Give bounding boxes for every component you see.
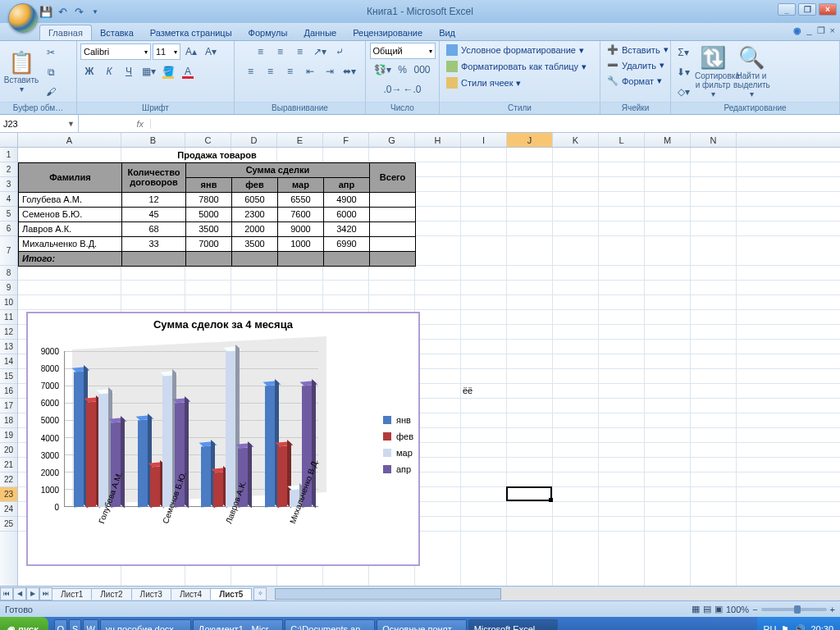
row-header[interactable]: 14 <box>0 354 17 369</box>
row-header[interactable]: 21 <box>0 458 17 472</box>
delete-cells-button[interactable]: ➖Удалить ▾ <box>604 58 668 72</box>
view-pagebreak-icon[interactable]: ▣ <box>714 604 723 614</box>
column-header[interactable]: C <box>185 133 231 147</box>
fill-icon[interactable]: ⬇▾ <box>674 63 692 81</box>
office-button[interactable] <box>8 3 38 33</box>
minimize-button[interactable]: _ <box>778 3 796 16</box>
new-sheet-icon[interactable]: ✧ <box>253 587 267 600</box>
taskbar-app-button[interactable]: Документ1 - Micr… <box>193 619 283 630</box>
grow-font-icon[interactable]: A▴ <box>182 43 200 61</box>
currency-icon[interactable]: 💱▾ <box>374 61 392 79</box>
row-header[interactable]: 1 <box>0 148 17 162</box>
tray-icon[interactable]: ⚑ <box>781 624 789 631</box>
view-layout-icon[interactable]: ▤ <box>703 604 711 614</box>
clock[interactable]: 20:30 <box>810 624 833 630</box>
percent-icon[interactable]: % <box>394 61 412 79</box>
sheet-nav-prev-icon[interactable]: ◀ <box>13 587 26 600</box>
zoom-in-icon[interactable]: + <box>830 605 835 614</box>
align-left-icon[interactable]: ≡ <box>242 62 260 80</box>
sheet-tab[interactable]: Лист2 <box>91 588 131 600</box>
bold-icon[interactable]: Ж <box>80 62 98 80</box>
insert-cells-button[interactable]: ➕Вставить ▾ <box>604 43 672 57</box>
quick-launch-opera-icon[interactable]: O <box>54 619 68 630</box>
font-name-combo[interactable]: Calibri▾ <box>80 43 151 60</box>
italic-icon[interactable]: К <box>100 62 118 80</box>
row-header[interactable]: 25 <box>0 517 17 532</box>
tab-home[interactable]: Главная <box>39 25 92 40</box>
align-top-icon[interactable]: ≡ <box>252 43 270 61</box>
row-header[interactable]: 24 <box>0 502 17 517</box>
column-header[interactable]: H <box>415 133 461 147</box>
row-header[interactable]: 3 <box>0 177 17 192</box>
sort-filter-button[interactable]: 🔃Сортировка и фильтр ▾ <box>695 46 731 98</box>
column-header[interactable]: J <box>507 133 553 147</box>
taskbar-app-button[interactable]: Основные понят… <box>377 619 466 630</box>
row-header[interactable]: 18 <box>0 413 17 428</box>
data-table[interactable]: Продажа товаровФамилияКоличество договор… <box>18 148 416 267</box>
column-header[interactable]: E <box>277 133 323 147</box>
restore-button[interactable]: ❐ <box>798 3 816 16</box>
row-header[interactable]: 15 <box>0 369 17 384</box>
decrease-indent-icon[interactable]: ⇤ <box>301 62 319 80</box>
row-header[interactable]: 12 <box>0 325 17 340</box>
sheet-tab[interactable]: Лист1 <box>52 588 92 600</box>
font-size-combo[interactable]: 11▾ <box>153 43 180 60</box>
column-header[interactable]: D <box>231 133 277 147</box>
clear-icon[interactable]: ◇▾ <box>674 83 692 101</box>
column-header[interactable]: K <box>553 133 599 147</box>
name-box[interactable]: J23▼ <box>0 115 79 132</box>
paste-button[interactable]: 📋Вставить ▾ <box>3 51 39 94</box>
redo-icon[interactable]: ↷ <box>72 5 85 18</box>
tab-data[interactable]: Данные <box>295 25 345 40</box>
tab-view[interactable]: Вид <box>431 25 463 40</box>
cell-styles-button[interactable]: Стили ячеек ▾ <box>443 75 524 90</box>
column-header[interactable]: N <box>691 133 737 147</box>
row-header[interactable]: 22 <box>0 472 17 487</box>
row-header[interactable]: 7 <box>0 236 17 266</box>
tab-pagelayout[interactable]: Разметка страницы <box>142 25 240 40</box>
tab-formulas[interactable]: Формулы <box>240 25 296 40</box>
tray-icon[interactable]: 🔊 <box>794 624 806 631</box>
row-header[interactable]: 5 <box>0 207 17 221</box>
horizontal-scrollbar[interactable] <box>275 588 840 600</box>
fill-color-icon[interactable]: 🪣 <box>159 62 177 80</box>
borders-icon[interactable]: ▦▾ <box>139 62 158 80</box>
align-middle-icon[interactable]: ≡ <box>272 43 290 61</box>
underline-icon[interactable]: Ч <box>120 62 138 80</box>
row-header[interactable]: 16 <box>0 384 17 399</box>
fx-icon[interactable]: fx <box>136 119 144 129</box>
format-painter-icon[interactable]: 🖌 <box>42 83 60 101</box>
shrink-font-icon[interactable]: A▾ <box>202 43 220 61</box>
row-header[interactable]: 11 <box>0 310 17 325</box>
row-header[interactable]: 8 <box>0 266 17 281</box>
font-color-icon[interactable]: A <box>179 62 197 80</box>
conditional-formatting-button[interactable]: Условное форматирование ▾ <box>443 43 587 57</box>
comma-icon[interactable]: 000 <box>413 61 431 79</box>
increase-decimal-icon[interactable]: .0→ <box>384 80 402 98</box>
find-select-button[interactable]: 🔍Найти и выделить ▾ <box>733 46 769 98</box>
row-header[interactable]: 20 <box>0 443 17 458</box>
qat-dropdown-icon[interactable]: ▼ <box>89 5 102 18</box>
row-header[interactable]: 13 <box>0 340 17 354</box>
close-button[interactable]: × <box>819 3 837 16</box>
undo-icon[interactable]: ↶ <box>56 5 69 18</box>
zoom-out-icon[interactable]: − <box>752 605 757 614</box>
quick-launch-skype-icon[interactable]: S <box>69 619 81 630</box>
select-all-corner[interactable] <box>0 133 18 147</box>
row-header[interactable]: 10 <box>0 295 17 310</box>
view-normal-icon[interactable]: ▦ <box>692 604 700 614</box>
merge-center-icon[interactable]: ⬌▾ <box>340 62 358 80</box>
sheet-tab[interactable]: Лист5 <box>210 588 252 600</box>
row-header[interactable]: 23 <box>0 487 17 502</box>
column-header[interactable]: A <box>18 133 121 147</box>
quick-launch-word-icon[interactable]: W <box>83 619 98 630</box>
sheet-tab[interactable]: Лист4 <box>171 588 211 600</box>
sheet-tab[interactable]: Лист3 <box>131 588 171 600</box>
mdi-close-icon[interactable]: × <box>830 25 835 36</box>
start-button[interactable]: ◉ пуск <box>0 617 48 630</box>
sheet-nav-last-icon[interactable]: ⏭ <box>39 587 52 600</box>
sheet-nav-next-icon[interactable]: ▶ <box>26 587 39 600</box>
column-header[interactable]: G <box>369 133 415 147</box>
number-format-combo[interactable]: Общий▾ <box>370 43 436 59</box>
worksheet-grid[interactable]: ABCDEFGHIJKLMN 1234567891011121314151617… <box>0 133 840 586</box>
